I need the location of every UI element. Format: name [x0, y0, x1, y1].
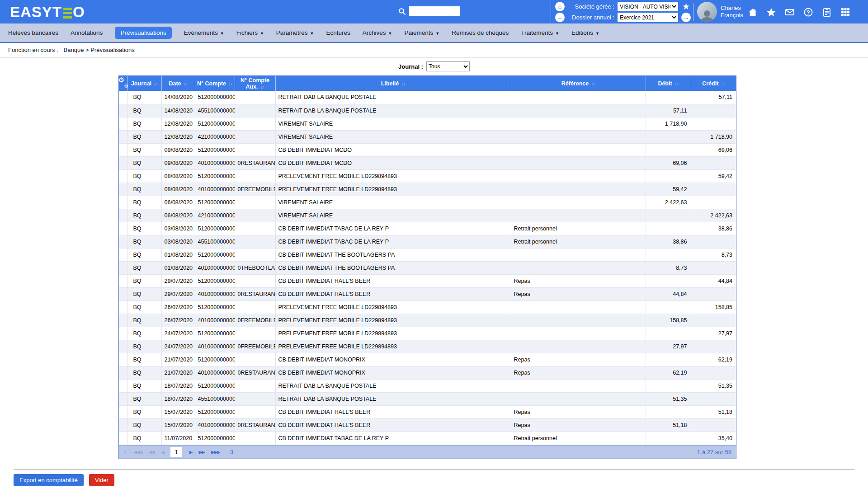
page-first-icon[interactable]: ◀◀◀: [133, 450, 142, 455]
cell-date: 26/07/2020: [161, 300, 195, 314]
nav-item-annotations[interactable]: Annotations: [71, 29, 103, 36]
table-row[interactable]: BQ03/08/2020512000000000CB DEBIT IMMEDIA…: [119, 222, 736, 235]
column-header-n-compte-aux-[interactable]: N° Compte Aux.↓↑: [235, 76, 275, 91]
nav-item-archives[interactable]: Archives▼: [363, 29, 392, 36]
table-row[interactable]: BQ21/07/2020512000000000CB DEBIT IMMEDIA…: [119, 353, 736, 366]
table-row[interactable]: BQ09/08/20204010000000000RESTAURANT0CB D…: [119, 156, 736, 169]
page-fwd-fast-icon[interactable]: ▶▶: [199, 450, 204, 455]
table-row[interactable]: BQ26/07/2020512000000000PRELEVEMENT FREE…: [119, 300, 736, 314]
cell-journal: BQ: [127, 91, 161, 104]
nav-item-label: Traitements: [521, 29, 553, 36]
page-back-fast-icon[interactable]: ◀◀: [149, 450, 154, 455]
page-prev-icon[interactable]: ◀: [161, 450, 164, 455]
table-row[interactable]: BQ01/08/2020512000000000CB DEBIT IMMEDIA…: [119, 248, 736, 261]
svg-text:?: ?: [807, 9, 810, 15]
cell-credit: [691, 340, 736, 353]
folder-back-icon[interactable]: ←: [555, 13, 565, 22]
row-gear-cell: [119, 169, 127, 183]
column-header-date[interactable]: Date↓↑: [161, 76, 195, 91]
table-row[interactable]: BQ03/08/2020455100000000CB DEBIT IMMEDIA…: [119, 235, 736, 248]
previews-table: ⚙⚙ Journal↓↑Date↓↑N° Compte↓↑N° Compte A…: [119, 76, 736, 445]
cell-journal: BQ: [127, 418, 161, 432]
column-header-d-bit[interactable]: Débit↓↑: [646, 76, 691, 91]
table-row[interactable]: BQ29/07/2020512000000000CB DEBIT IMMEDIA…: [119, 274, 736, 287]
notes-icon[interactable]: [821, 6, 832, 18]
journal-select[interactable]: Tous: [426, 61, 470, 71]
cell-debit: 38,86: [646, 235, 691, 248]
table-row[interactable]: BQ24/07/20204010000000000FREEMOBILE0PREL…: [119, 340, 736, 353]
column-header-libell-[interactable]: Libellé↓↑: [275, 76, 511, 91]
table-row[interactable]: BQ15/07/2020512000000000CB DEBIT IMMEDIA…: [119, 405, 736, 418]
nav-item-ecritures[interactable]: Ecritures: [326, 29, 350, 36]
nav-item-traitements[interactable]: Traitements▼: [521, 29, 559, 36]
table-row[interactable]: BQ18/07/2020455100000000RETRAIT DAB LA B…: [119, 392, 736, 405]
sort-arrows-icon: ↓↑: [401, 81, 405, 86]
breadcrumb-path: Banque > Prévisualisations: [64, 47, 135, 53]
cell-debit: 2 422,63: [646, 196, 691, 209]
cell-compte: 512000000000: [195, 117, 235, 130]
table-row[interactable]: BQ14/08/2020455100000000RETRAIT DAB LA B…: [119, 104, 736, 117]
nav-item-relev-s-bancaires[interactable]: Relevés bancaires: [8, 29, 58, 36]
nav-item-ev-nements[interactable]: Evénements▼: [184, 29, 224, 36]
nav-item-editions[interactable]: Editions▼: [571, 29, 599, 36]
folder-forward-icon[interactable]: →: [681, 13, 691, 22]
company-favorite-star-icon[interactable]: ★: [682, 2, 690, 11]
cell-debit: [646, 222, 691, 235]
sort-arrows-icon: ↓↑: [154, 81, 158, 86]
cell-journal: BQ: [127, 261, 161, 274]
favorites-star-icon[interactable]: [765, 6, 777, 18]
page-next-icon[interactable]: ▶: [189, 450, 192, 455]
nav-item-param-tres[interactable]: Paramètres▼: [276, 29, 314, 36]
column-header-journal[interactable]: Journal↓↑: [127, 76, 161, 91]
table-row[interactable]: BQ14/08/2020512000000000RETRAIT DAB LA B…: [119, 91, 736, 104]
table-row[interactable]: BQ06/08/2020421000000000VIREMENT SALAIRE…: [119, 209, 736, 222]
cell-libelle: PRELEVEMENT FREE MOBILE LD229894893: [275, 183, 511, 196]
sort-arrows-icon: ↓↑: [260, 84, 264, 89]
cell-credit: [691, 117, 736, 130]
nav-item-pr-visualisations[interactable]: Prévisualisations: [115, 27, 171, 39]
cell-compte-aux: [235, 300, 275, 314]
help-icon[interactable]: ?: [802, 6, 814, 18]
table-row[interactable]: BQ21/07/20204010000000000RESTAURANT0CB D…: [119, 366, 736, 379]
table-row[interactable]: BQ08/08/20204010000000000FREEMOBILE0PREL…: [119, 183, 736, 196]
pagination-last-page-number[interactable]: 3: [230, 449, 233, 455]
cell-journal: BQ: [127, 104, 161, 117]
table-row[interactable]: BQ29/07/20204010000000000RESTAURANT0CB D…: [119, 287, 736, 300]
nav-item-remises-de-ch-ques[interactable]: Remises de chèques: [452, 29, 509, 36]
table-row[interactable]: BQ11/07/2020512000000000CB DEBIT IMMEDIA…: [119, 432, 736, 445]
table-row[interactable]: BQ09/08/2020512000000000CB DEBIT IMMEDIA…: [119, 143, 736, 156]
column-header-r-f-rence[interactable]: Référence↓↑: [511, 76, 646, 91]
row-gear-cell: [119, 104, 127, 117]
row-gear-cell: [119, 366, 127, 379]
cell-date: 15/07/2020: [161, 405, 195, 418]
table-row[interactable]: BQ26/07/20204010000000000FREEMOBILE0PREL…: [119, 314, 736, 327]
column-header-cr-dit[interactable]: Crédit↓↑: [691, 76, 736, 91]
clear-button[interactable]: Vider: [89, 474, 114, 486]
column-settings-gears-icon[interactable]: ⚙⚙: [119, 76, 127, 91]
folder-select[interactable]: Exercice 2021: [618, 13, 678, 22]
company-select[interactable]: VISION - AUTO VISION: [618, 2, 678, 11]
search-input[interactable]: [409, 6, 460, 16]
table-row[interactable]: BQ15/07/20204010000000000RESTAURANT0CB D…: [119, 418, 736, 432]
table-row[interactable]: BQ18/07/2020512000000000RETRAIT DAB LA B…: [119, 379, 736, 392]
export-button[interactable]: Export en comptabilité: [14, 474, 84, 486]
cell-debit: [646, 91, 691, 104]
user-avatar[interactable]: [697, 2, 717, 22]
apps-grid-icon[interactable]: [840, 6, 851, 18]
page-last-icon[interactable]: ▶▶▶: [211, 450, 220, 455]
table-row[interactable]: BQ12/08/2020512000000000VIREMENT SALAIRE…: [119, 117, 736, 130]
journal-filter: Journal : Tous: [0, 57, 868, 75]
cell-libelle: CB DEBIT IMMEDIAT HALL'S BEER: [275, 274, 511, 287]
table-row[interactable]: BQ12/08/2020421000000000VIREMENT SALAIRE…: [119, 130, 736, 143]
table-row[interactable]: BQ08/08/2020512000000000PRELEVEMENT FREE…: [119, 169, 736, 183]
nav-item-paiements[interactable]: Paiements▼: [404, 29, 439, 36]
column-header-n-compte[interactable]: N° Compte↓↑: [195, 76, 235, 91]
table-row[interactable]: BQ06/08/2020512000000000VIREMENT SALAIRE…: [119, 196, 736, 209]
home-icon[interactable]: [747, 6, 758, 18]
table-row[interactable]: BQ01/08/20204010000000000THEBOOTLAG0CB D…: [119, 261, 736, 274]
cell-compte: 421000000000: [195, 130, 235, 143]
cell-journal: BQ: [127, 379, 161, 392]
mail-icon[interactable]: [784, 6, 795, 18]
nav-item-fichiers[interactable]: Fichiers▼: [236, 29, 264, 36]
table-row[interactable]: BQ24/07/2020512000000000PRELEVEMENT FREE…: [119, 327, 736, 340]
